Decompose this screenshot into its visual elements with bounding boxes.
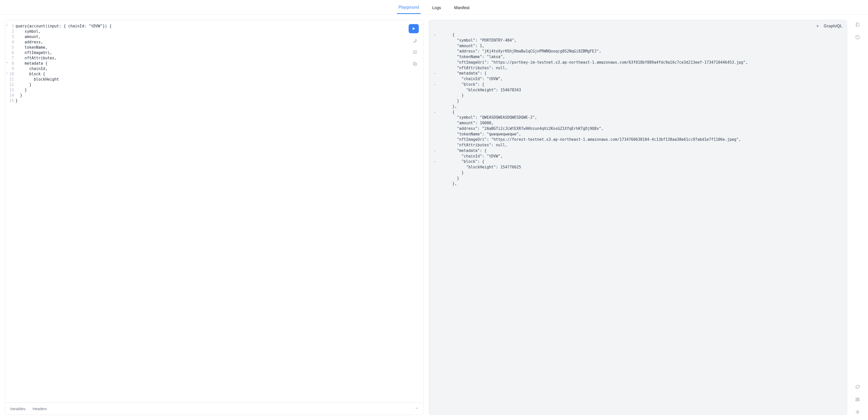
prettify-icon[interactable] <box>412 38 418 43</box>
workspace: 123456789101112131415 query{account(inpu… <box>0 15 868 420</box>
result-line: "address": "2AaBGTi2cJLWtEXR7w96hzun4qVz… <box>432 126 843 132</box>
chevron-up-icon[interactable] <box>415 406 419 411</box>
result-line: "metadata": { <box>432 71 843 76</box>
code-line[interactable]: } <box>16 98 423 103</box>
result-line: } <box>432 98 843 104</box>
result-line: } <box>432 170 843 176</box>
top-tabs: Playground Logs Manifest <box>0 0 868 15</box>
copy-icon[interactable] <box>412 61 418 67</box>
line-number: 2 <box>5 29 14 34</box>
docs-icon[interactable] <box>855 22 860 27</box>
code-line[interactable]: tokenName, <box>16 45 423 50</box>
tab-manifest[interactable]: Manifest <box>453 1 471 14</box>
editor-footer: Variables Headers <box>5 402 423 415</box>
editor-toolbar <box>412 38 418 67</box>
variables-tab[interactable]: Variables <box>10 407 25 411</box>
query-editor-panel: 123456789101112131415 query{account(inpu… <box>5 20 424 415</box>
line-number: 15 <box>5 98 14 103</box>
run-button[interactable] <box>409 24 419 33</box>
line-number: 1 <box>5 24 14 29</box>
code-line[interactable]: } <box>16 93 423 98</box>
graphiql-brand: GraphiQL <box>824 24 842 28</box>
line-number: 10 <box>5 71 14 77</box>
line-number: 6 <box>5 50 14 56</box>
refresh-icon[interactable] <box>855 384 860 390</box>
code-line[interactable]: block { <box>16 71 423 77</box>
result-line: "symbol": "PORTENTRY-484", <box>432 38 843 43</box>
code-line[interactable]: address, <box>16 39 423 45</box>
headers-tab[interactable]: Headers <box>32 407 47 411</box>
line-number: 5 <box>5 45 14 50</box>
line-number: 4 <box>5 39 14 45</box>
tab-logs[interactable]: Logs <box>431 1 443 14</box>
result-line: "amount": 1, <box>432 43 843 49</box>
code-line[interactable]: nftImageUri, <box>16 50 423 56</box>
result-line: "tokenName": "laksa", <box>432 54 843 60</box>
result-line: { <box>432 32 843 38</box>
result-line: "nftAttributes": null, <box>432 142 843 148</box>
result-line: "amount": 10000, <box>432 121 843 126</box>
line-number: 3 <box>5 34 14 39</box>
result-panel: + GraphiQL { "symbol": "PORTENTRY-484", … <box>429 20 847 415</box>
code-line[interactable]: blockHeight <box>16 77 423 82</box>
line-number: 12 <box>5 82 14 88</box>
result-line: "symbol": "QWEASDQWEASDQWESDQWE-2", <box>432 115 843 121</box>
result-line: { <box>432 109 843 115</box>
line-number: 14 <box>5 93 14 98</box>
result-line: "chainId": "tDVW", <box>432 154 843 159</box>
line-number: 13 <box>5 88 14 93</box>
result-line: "chainId": "tDVW", <box>432 76 843 82</box>
result-line: }, <box>432 181 843 187</box>
code-line[interactable]: query{account(input: { chainId: "tDVW"})… <box>16 24 423 29</box>
result-line: } <box>432 176 843 181</box>
svg-rect-3 <box>856 23 859 26</box>
result-line: }, <box>432 104 843 109</box>
shortcuts-icon[interactable] <box>855 397 860 402</box>
right-rail <box>852 20 863 415</box>
line-number: 8 <box>5 61 14 66</box>
result-line: "metadata": { <box>432 148 843 154</box>
result-line: } <box>432 93 843 98</box>
code-line[interactable]: } <box>16 82 423 88</box>
svg-point-4 <box>857 412 858 413</box>
result-line: "nftAttributes": null, <box>432 65 843 71</box>
add-tab-icon[interactable]: + <box>816 23 819 29</box>
svg-rect-1 <box>414 63 417 66</box>
line-number: 7 <box>5 56 14 61</box>
code-line[interactable]: amount, <box>16 34 423 39</box>
history-icon[interactable] <box>855 34 860 40</box>
settings-icon[interactable] <box>855 409 860 415</box>
code-line[interactable]: metadata { <box>16 61 423 66</box>
merge-icon[interactable] <box>412 50 418 55</box>
query-editor[interactable]: 123456789101112131415 query{account(inpu… <box>5 20 423 402</box>
result-line: "blockHeight": 154776625 <box>432 165 843 170</box>
result-line: "nftImageUri": "https://portkey-im-testn… <box>432 60 843 65</box>
code-line[interactable]: symbol, <box>16 29 423 34</box>
result-line: "block": { <box>432 82 843 88</box>
result-viewer[interactable]: { "symbol": "PORTENTRY-484", "amount": 1… <box>429 32 847 415</box>
code-line[interactable]: } <box>16 88 423 93</box>
svg-rect-2 <box>413 62 416 65</box>
code-line[interactable]: chainId, <box>16 66 423 71</box>
result-line: "nftImageUri": "https://forest-testnet.s… <box>432 137 843 142</box>
result-line: "tokenName": "qweqweqweqwe", <box>432 132 843 137</box>
result-line: "address": "jKj4toXyrHShjRmaBw1qCGjnPRWN… <box>432 49 843 54</box>
result-header: + GraphiQL <box>429 20 847 32</box>
result-line: "blockHeight": 154678343 <box>432 88 843 93</box>
line-number: 9 <box>5 66 14 71</box>
result-line: "block": { <box>432 159 843 165</box>
code-line[interactable]: nftAttributes, <box>16 56 423 61</box>
line-number: 11 <box>5 77 14 82</box>
tab-playground[interactable]: Playground <box>397 1 421 14</box>
